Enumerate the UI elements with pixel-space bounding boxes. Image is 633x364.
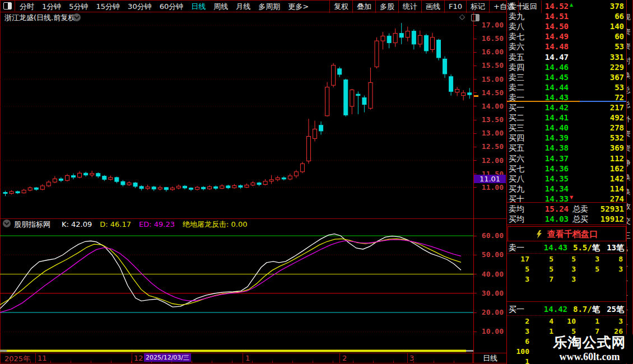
bid-row[interactable]: 买四14.39532 <box>507 133 626 143</box>
indicator-chevron-icon[interactable] <box>3 220 11 227</box>
low-price-marker: 11.01 <box>474 175 506 183</box>
title-chevron-down-icon[interactable] <box>73 13 81 21</box>
strip-char: 资 <box>627 129 633 139</box>
ask-row[interactable]: 卖二14.4453 <box>507 82 626 92</box>
order-level-label: 买一 <box>509 103 524 113</box>
buy-one-label: 买一 <box>509 305 524 315</box>
axis-tick <box>474 312 477 313</box>
axis-tick <box>474 174 477 174</box>
buy-one-trade-row: 买一14.428.7/笔25笔 <box>507 304 626 314</box>
queue-value: 1 <box>506 357 529 364</box>
order-volume: 369 <box>610 143 624 152</box>
order-level-label: 卖十 <box>509 2 524 12</box>
toolbar-period-日线[interactable]: 日线 <box>187 1 210 13</box>
ask-row[interactable]: 卖十14.52▲378 <box>507 1 626 11</box>
order-level-label: 卖七 <box>509 32 524 42</box>
toolbar-tool-F10[interactable]: F10 <box>444 1 467 12</box>
bid-row[interactable]: 买一14.42217 <box>507 102 626 113</box>
bid-row[interactable]: 买八14.35142 <box>507 174 626 184</box>
depth-button[interactable]: 查看千档盘口 <box>508 226 626 241</box>
axis-tick <box>474 106 477 106</box>
time-axis-divider <box>472 353 473 363</box>
toolbar-period-周线[interactable]: 周线 <box>210 1 232 13</box>
toolbar-tool-统计[interactable]: 统计 <box>398 1 422 13</box>
period-cell[interactable]: 日线 <box>474 353 506 362</box>
bid-row[interactable]: 买六14.37112 <box>507 153 626 164</box>
ask-row[interactable]: 卖三14.45367 <box>507 72 626 82</box>
sell-one-count: 13笔 <box>607 243 624 253</box>
buy-avg-label: 买均 <box>509 214 524 225</box>
toolbar-tool-叠加[interactable]: 叠加 <box>352 1 376 13</box>
ask-row[interactable]: 卖四14.46229 <box>507 62 626 72</box>
queue-value: 3 <box>552 275 576 283</box>
ask-row[interactable]: 卖六14.4853 <box>507 41 626 52</box>
sell-one-per-trade: 5.5/笔 <box>573 243 600 253</box>
time-axis-minor-tick <box>393 361 394 363</box>
price-axis-label: 16.00 <box>477 48 504 56</box>
toolbar-tool-标记[interactable]: 标记 <box>466 1 490 13</box>
axis-tick <box>474 66 477 66</box>
total-buy-label: 总买 <box>573 214 588 225</box>
order-volume: 53 <box>615 83 624 92</box>
buy-one-per-trade: 8.7/笔 <box>573 305 600 315</box>
total-sell-value: 52931 <box>601 204 624 213</box>
time-axis-minor-tick <box>292 361 293 363</box>
time-axis-divider <box>243 353 243 363</box>
bid-row[interactable]: 买三14.40278 <box>507 123 626 133</box>
layout-toggle-icon[interactable] <box>0 1 15 11</box>
strip-char: 外 <box>627 114 633 124</box>
order-volume: 331 <box>610 53 624 62</box>
strip-char: 收 <box>627 202 633 212</box>
order-level-label: 买九 <box>509 184 524 194</box>
period-menu: 分时1分钟5分钟15分钟30分钟60分钟日线周线月线多周期更多> <box>16 1 313 13</box>
time-axis-minor-tick <box>71 361 71 363</box>
order-price: 14.38 <box>532 143 569 152</box>
bid-row[interactable]: 买七14.36162 <box>507 164 626 174</box>
toolbar-tool-画线[interactable]: 画线 <box>421 1 445 13</box>
ask-row[interactable]: 卖八14.50140 <box>507 21 626 31</box>
toolbar: 分时1分钟5分钟15分钟30分钟60分钟日线周线月线多周期更多> 复权叠加多股统… <box>0 0 507 12</box>
toolbar-period-月线[interactable]: 月线 <box>232 1 254 13</box>
indicator-value-: 绝地屠龙反击: 0.00 <box>183 220 247 228</box>
toolbar-period-分时[interactable]: 分时 <box>16 1 38 13</box>
order-price: 14.36 <box>532 164 569 173</box>
queue-value: 1 <box>576 317 599 325</box>
toolbar-period-30分钟[interactable]: 30分钟 <box>124 1 156 13</box>
axis-tick <box>474 52 477 53</box>
time-axis-minor-tick <box>111 361 111 363</box>
axis-tick <box>474 39 477 39</box>
ask-row[interactable]: 卖五14.47331 <box>507 52 626 62</box>
toolbar-period-多周期[interactable]: 多周期 <box>254 1 284 13</box>
order-price: 14.47 <box>532 53 569 62</box>
bid-row[interactable]: 买五14.38369 <box>507 143 626 153</box>
queue-value: 7 <box>530 275 553 283</box>
queue-value: 8 <box>599 255 623 263</box>
diamond-icon[interactable]: ◇ <box>459 12 465 21</box>
indicator-name: 股朋指标网 <box>14 220 50 230</box>
price-axis-label: 17.00 <box>477 21 504 29</box>
total-buy-value: 19912 <box>601 214 624 223</box>
queue-value: 3 <box>576 255 599 263</box>
time-axis-minor-tick <box>212 361 212 363</box>
strip-char: 资 <box>627 41 633 52</box>
toolbar-period-60分钟[interactable]: 60分钟 <box>156 1 188 13</box>
toolbar-period-1分钟[interactable]: 1分钟 <box>38 1 65 13</box>
bid-row[interactable]: 买九14.34114 <box>507 184 626 194</box>
toolbar-period-15分钟[interactable]: 15分钟 <box>92 1 124 13</box>
axis-tick <box>474 133 477 134</box>
bid-row[interactable]: 买二14.41492 <box>507 113 626 123</box>
time-axis-divider <box>339 353 340 363</box>
price-axis-label: 14.50 <box>477 88 504 97</box>
time-axis-minor-tick <box>353 361 353 363</box>
strip-char: 换 <box>627 71 633 81</box>
order-level-label: 买十 <box>509 194 524 204</box>
watermark-title: 乐淘公式网 <box>546 334 633 351</box>
ask-row[interactable]: 卖七14.4960 <box>507 31 626 41</box>
ask-row[interactable]: 卖九14.5166 <box>507 11 626 21</box>
toolbar-period-更多>[interactable]: 更多> <box>284 1 313 13</box>
toolbar-period-5分钟[interactable]: 5分钟 <box>65 1 92 13</box>
toolbar-tool-复权[interactable]: 复权 <box>329 1 353 13</box>
strip-char: 交 <box>627 216 633 226</box>
time-axis-minor-tick <box>232 361 232 363</box>
toolbar-tool-多股[interactable]: 多股 <box>375 1 399 13</box>
